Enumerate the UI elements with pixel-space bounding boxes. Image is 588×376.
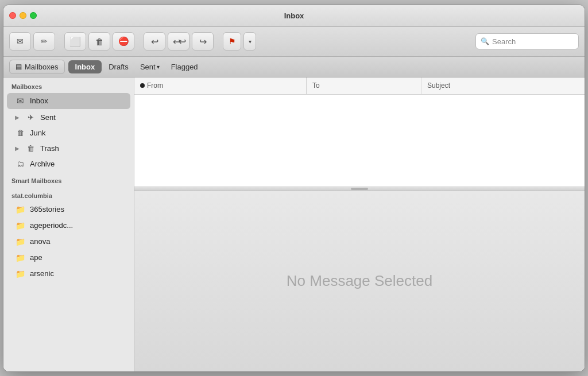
to-column-header: To — [307, 77, 421, 94]
junk-icon: ⛔ — [118, 36, 129, 46]
folder-icon-1: 📁 — [15, 221, 25, 230]
sidebar-inbox-label: Inbox — [30, 96, 48, 105]
sidebar-folder-ape[interactable]: 📁 ape — [7, 250, 130, 265]
sidebar-folder-arsenic[interactable]: 📁 arsenic — [7, 266, 130, 281]
folder-label-3: ape — [30, 253, 42, 262]
mailboxes-tab[interactable]: ▤ Mailboxes — [9, 60, 65, 74]
flag-icon: ⚑ — [229, 37, 236, 46]
tabbar: ▤ Mailboxes Inbox Drafts Sent ▾ Flagged — [3, 57, 585, 77]
no-message-label: No Message Selected — [287, 272, 432, 290]
reply-icon: ↩ — [151, 36, 158, 47]
main-window: Inbox ✉ ✏ ⬜ 🗑 ⛔ ↩ ↩↩ ↪ — [3, 5, 585, 372]
sent-chevron-icon: ▾ — [157, 64, 160, 70]
mailboxes-label: Mailboxes — [25, 63, 59, 71]
expand-trash-icon: ▶ — [15, 145, 20, 152]
trash-sidebar-icon: 🗑 — [25, 144, 36, 153]
titlebar: Inbox — [3, 5, 585, 27]
sent-icon: ✈ — [25, 113, 36, 122]
sent-tab-label: Sent — [140, 63, 156, 71]
folder-label-0: 365stories — [30, 205, 64, 214]
sidebar: Mailboxes ✉ Inbox ▶ ✈ Sent 🗑 Junk ▶ 🗑 — [3, 77, 134, 371]
junk-button[interactable]: ⛔ — [113, 32, 134, 51]
trash-icon: 🗑 — [95, 37, 104, 46]
sidebar-archive-label: Archive — [30, 160, 55, 168]
email-list-header: From To Subject — [134, 77, 585, 95]
smart-mailboxes-header: Smart Mailboxes — [3, 172, 134, 187]
sidebar-item-junk[interactable]: 🗑 Junk — [7, 126, 130, 140]
sidebar-item-trash[interactable]: ▶ 🗑 Trash — [7, 141, 130, 156]
folder-icon-2: 📁 — [15, 237, 25, 246]
folder-icon-3: 📁 — [15, 253, 25, 262]
minimize-button[interactable] — [20, 12, 26, 19]
close-button[interactable] — [9, 12, 16, 19]
folder-icon-4: 📁 — [15, 269, 25, 278]
forward-button[interactable]: ↪ — [192, 32, 214, 51]
drafts-tab[interactable]: Drafts — [102, 60, 136, 73]
sidebar-item-inbox[interactable]: ✉ Inbox — [7, 93, 130, 109]
maximize-button[interactable] — [30, 12, 37, 19]
email-area: From To Subject No Message Selected — [134, 77, 585, 371]
flagged-tab-label: Flagged — [171, 63, 198, 71]
get-mail-button[interactable]: ✉ — [9, 32, 31, 51]
sidebar-trash-label: Trash — [40, 144, 59, 153]
flag-button[interactable]: ⚑ — [223, 32, 241, 51]
delete-button[interactable]: 🗑 — [88, 32, 110, 51]
folder-icon-0: 📁 — [15, 205, 25, 214]
compose-button[interactable]: ✏ — [33, 32, 55, 51]
sidebar-sent-label: Sent — [40, 113, 56, 122]
sidebar-junk-label: Junk — [30, 129, 45, 137]
window-title: Inbox — [284, 11, 304, 20]
forward-icon: ↪ — [199, 36, 207, 47]
email-list-body[interactable] — [134, 95, 585, 187]
archive-button[interactable]: ⬜ — [64, 32, 86, 51]
flag-dropdown-button[interactable]: ▾ — [243, 32, 256, 51]
flagged-tab[interactable]: Flagged — [164, 60, 205, 73]
sidebar-folder-anova[interactable]: 📁 anova — [7, 234, 130, 249]
search-icon: 🔍 — [481, 37, 489, 45]
stat-columbia-header: stat.columbia — [3, 187, 134, 201]
from-column-header: From — [147, 77, 300, 94]
reply-all-button[interactable]: ↩↩ — [168, 32, 189, 51]
sidebar-folder-ageperiodc[interactable]: 📁 ageperiodc... — [7, 218, 130, 233]
expand-sent-icon: ▶ — [15, 114, 20, 121]
unread-indicator — [140, 83, 145, 88]
main-content: Mailboxes ✉ Inbox ▶ ✈ Sent 🗑 Junk ▶ 🗑 — [3, 77, 585, 371]
archive-sidebar-icon: 🗂 — [15, 160, 25, 168]
mailboxes-section-header: Mailboxes — [3, 77, 134, 92]
search-placeholder: Search — [492, 37, 516, 46]
sidebar-folder-365stories[interactable]: 📁 365stories — [7, 202, 130, 217]
preview-pane: No Message Selected — [134, 191, 585, 371]
subject-column-header: Subject — [421, 77, 585, 94]
junk-sidebar-icon: 🗑 — [15, 129, 25, 137]
drafts-tab-label: Drafts — [109, 63, 129, 71]
sidebar-icon: ▤ — [16, 63, 22, 71]
traffic-lights — [9, 12, 37, 19]
search-bar[interactable]: 🔍 Search — [475, 33, 579, 49]
inbox-tab-label: Inbox — [75, 63, 95, 71]
folder-label-1: ageperiodc... — [30, 221, 73, 230]
sent-tab[interactable]: Sent ▾ — [136, 60, 164, 73]
sidebar-item-archive[interactable]: 🗂 Archive — [7, 157, 130, 171]
toolbar: ✉ ✏ ⬜ 🗑 ⛔ ↩ ↩↩ ↪ ⚑ ▾ — [3, 27, 585, 57]
email-list-section: From To Subject — [134, 77, 585, 187]
envelope-icon: ✉ — [17, 37, 24, 46]
archive-icon: ⬜ — [69, 36, 81, 47]
compose-icon: ✏ — [41, 37, 48, 46]
inbox-tab[interactable]: Inbox — [68, 60, 102, 73]
reply-all-icon: ↩↩ — [173, 36, 184, 47]
folder-label-2: anova — [30, 237, 50, 246]
divider-handle — [351, 188, 368, 190]
folder-label-4: arsenic — [30, 269, 54, 278]
sidebar-item-sent[interactable]: ▶ ✈ Sent — [7, 110, 130, 125]
chevron-down-icon: ▾ — [249, 38, 252, 45]
pane-divider[interactable] — [134, 187, 585, 191]
inbox-icon: ✉ — [15, 96, 25, 106]
reply-button[interactable]: ↩ — [144, 32, 165, 51]
